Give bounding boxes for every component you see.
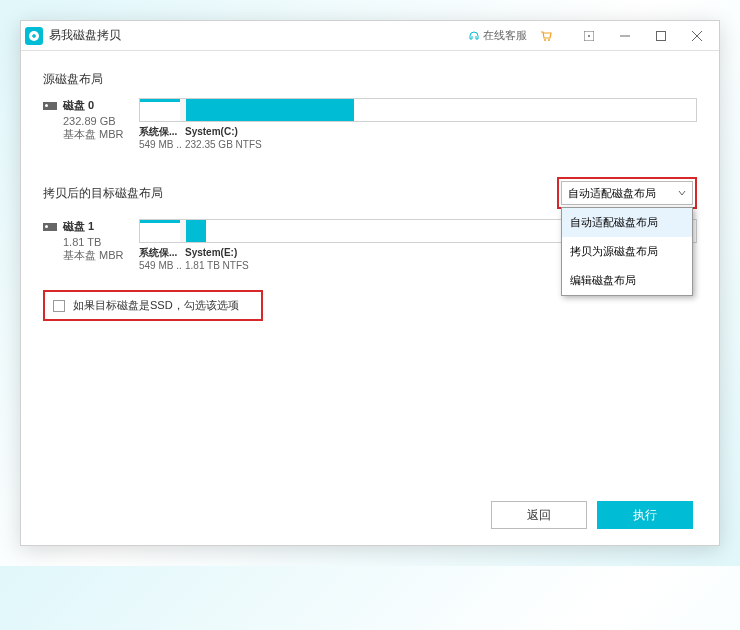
app-window: 易我磁盘拷贝 在线客服 源磁盘布局 磁盘 0 232.89 GB 基本盘 MBR: [20, 20, 720, 546]
app-title: 易我磁盘拷贝: [49, 27, 121, 44]
target-disk-info: 磁盘 1 1.81 TB 基本盘 MBR: [43, 219, 139, 263]
layout-dropdown[interactable]: 自动适配磁盘布局: [561, 181, 693, 205]
app-icon: [25, 27, 43, 45]
support-link[interactable]: 在线客服: [468, 28, 527, 43]
svg-rect-6: [657, 31, 666, 40]
svg-point-1: [544, 39, 546, 41]
target-section-label: 拷贝后的目标磁盘布局: [43, 185, 163, 202]
back-button[interactable]: 返回: [491, 501, 587, 529]
svg-point-4: [588, 35, 590, 37]
source-disk-info: 磁盘 0 232.89 GB 基本盘 MBR: [43, 98, 139, 142]
svg-point-2: [548, 39, 550, 41]
source-section-label: 源磁盘布局: [43, 71, 697, 88]
ssd-checkbox-label: 如果目标磁盘是SSD，勾选该选项: [73, 298, 239, 313]
source-layout: 系统保...549 MB .. System(C:)232.35 GB NTFS: [139, 98, 697, 151]
execute-button[interactable]: 执行: [597, 501, 693, 529]
partition-free: [354, 99, 696, 121]
chevron-down-icon: [678, 189, 686, 197]
partition-reserved[interactable]: [140, 220, 180, 242]
menu-item-auto[interactable]: 自动适配磁盘布局: [562, 208, 692, 237]
close-button[interactable]: [679, 23, 715, 49]
disk-icon: [43, 102, 57, 110]
headset-icon: [468, 30, 480, 42]
source-disk-row: 磁盘 0 232.89 GB 基本盘 MBR 系统保...549 MB .. S…: [43, 98, 697, 151]
layout-dropdown-highlight: 自动适配磁盘布局 自动适配磁盘布局 拷贝为源磁盘布局 编辑磁盘布局: [557, 177, 697, 209]
maximize-button[interactable]: [643, 23, 679, 49]
menu-item-edit[interactable]: 编辑磁盘布局: [562, 266, 692, 295]
ssd-option-highlight: 如果目标磁盘是SSD，勾选该选项: [43, 290, 263, 321]
settings-button[interactable]: [571, 23, 607, 49]
disk-icon: [43, 223, 57, 231]
titlebar: 易我磁盘拷贝 在线客服: [21, 21, 719, 51]
footer: 返回 执行: [43, 501, 697, 529]
content-area: 源磁盘布局 磁盘 0 232.89 GB 基本盘 MBR 系统保...549 M…: [21, 51, 719, 545]
partition-system[interactable]: [186, 220, 206, 242]
layout-dropdown-menu: 自动适配磁盘布局 拷贝为源磁盘布局 编辑磁盘布局: [561, 207, 693, 296]
ssd-checkbox[interactable]: [53, 300, 65, 312]
partition-reserved[interactable]: [140, 99, 180, 121]
partition-system[interactable]: [186, 99, 354, 121]
minimize-button[interactable]: [607, 23, 643, 49]
menu-item-source[interactable]: 拷贝为源磁盘布局: [562, 237, 692, 266]
cart-icon[interactable]: [539, 29, 553, 43]
